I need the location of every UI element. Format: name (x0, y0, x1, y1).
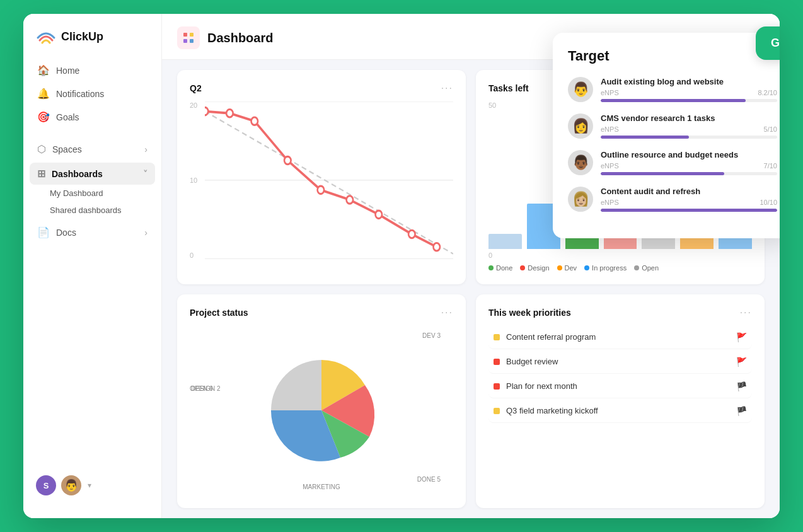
priority-flag-3: 🏴 (736, 406, 747, 416)
project-status-header: Project status ··· (190, 307, 453, 318)
target-item-2: 👨🏾 Outline resource and budget needs eNP… (568, 150, 777, 175)
tasks-title: Tasks left (488, 83, 529, 93)
target-bar-fill-1 (601, 136, 689, 139)
priority-item-2: Plan for next month 🏴 (488, 375, 752, 398)
target-name-3: Content audit and refresh (601, 187, 777, 196)
sidebar-item-home[interactable]: 🏠 Home (30, 59, 155, 81)
dashboards-icon: ⊞ (37, 168, 45, 180)
svg-point-11 (251, 117, 258, 125)
priority-item-1: Budget review 🚩 (488, 350, 752, 374)
user-caret[interactable]: ▾ (88, 481, 91, 490)
svg-point-12 (284, 156, 291, 164)
goals-badge-label: Goals (771, 37, 780, 49)
svg-point-17 (433, 243, 440, 251)
priority-dot-0 (494, 334, 500, 340)
target-meta-2: eNPS 7/10 (601, 162, 777, 170)
legend-label-open: Open (642, 264, 659, 272)
priorities-menu[interactable]: ··· (740, 307, 752, 318)
home-icon: 🏠 (37, 64, 50, 76)
sidebar-item-dashboards[interactable]: ⊞ Dashboards ˅ (30, 163, 155, 185)
avatar-s: S (36, 475, 56, 495)
svg-point-9 (205, 107, 208, 115)
priority-dot-2 (494, 383, 500, 390)
q2-line-chart (205, 101, 453, 259)
legend-dot-design (520, 265, 525, 270)
sidebar: ClickUp 🏠 Home 🔔 Notifications 🎯 Goals ⬡… (23, 14, 162, 518)
legend-label-design: Design (528, 264, 549, 272)
goals-icon: 🎯 (37, 111, 50, 123)
sidebar-item-goals[interactable]: 🎯 Goals (30, 106, 155, 128)
user-footer: S 👨 ▾ (23, 465, 161, 506)
legend-open: Open (634, 264, 659, 272)
target-label-1: eNPS (601, 125, 619, 133)
target-avatar-0: 👨 (568, 77, 593, 102)
sidebar-nav: 🏠 Home 🔔 Notifications 🎯 Goals (23, 59, 161, 128)
bell-icon: 🔔 (37, 88, 50, 100)
target-meta-3: eNPS 10/10 (601, 199, 777, 206)
target-score-0: 8.2/10 (758, 89, 777, 96)
priority-list: Content referral program 🚩 Budget review… (488, 326, 752, 496)
dashboards-label: Dashboards (52, 169, 103, 179)
pie-label-marketing: MARKETING (303, 483, 340, 490)
project-status-title: Project status (190, 308, 248, 318)
tasks-legend: Done Design Dev In progress (488, 264, 752, 272)
bar-group-1 (488, 173, 522, 249)
priority-text-0: Content referral program (506, 332, 596, 342)
target-card-title: Target (568, 48, 777, 64)
target-score-2: 7/10 (764, 162, 777, 170)
legend-label-dev: Dev (565, 264, 577, 272)
sidebar-item-label: Goals (56, 112, 79, 122)
chevron-right-icon-docs: › (144, 228, 147, 238)
sidebar-item-label: Notifications (56, 89, 104, 99)
docs-icon: 📄 (37, 226, 50, 238)
page-title: Dashboard (207, 31, 273, 45)
target-bar-bg-0 (601, 99, 777, 102)
sidebar-sub-my-dashboard[interactable]: My Dashboard (30, 185, 155, 202)
target-item-0: 👨 Audit existing blog and website eNPS 8… (568, 77, 777, 102)
target-avatar-3: 👩🏼 (568, 187, 593, 212)
target-meta-1: eNPS 5/10 (601, 125, 777, 133)
target-item-3: 👩🏼 Content audit and refresh eNPS 10/10 (568, 187, 777, 212)
priority-text-2: Plan for next month (506, 381, 577, 391)
q2-menu[interactable]: ··· (441, 83, 453, 94)
svg-rect-1 (183, 33, 187, 37)
docs-section: 📄 Docs › (23, 221, 161, 243)
target-score-1: 5/10 (764, 125, 777, 133)
target-name-0: Audit existing blog and website (601, 77, 777, 86)
svg-rect-2 (190, 33, 194, 37)
target-bar-fill-3 (601, 209, 777, 212)
priority-text-1: Budget review (506, 357, 558, 366)
svg-point-10 (226, 109, 233, 117)
svg-rect-3 (183, 39, 187, 43)
legend-dot-open (634, 265, 639, 270)
priority-item-0: Content referral program 🚩 (488, 326, 752, 349)
project-status-menu[interactable]: ··· (441, 307, 453, 318)
dashboards-section: ⊞ Dashboards ˅ My Dashboard Shared dashb… (23, 163, 161, 219)
legend-label-inprogress: In progress (592, 264, 627, 272)
bar-open-1 (488, 234, 522, 249)
sidebar-item-spaces[interactable]: ⬡ Spaces › (30, 138, 155, 160)
pie-chart-wrapper: DEV 3 DESIGN 2 DONE 5 MARKETING OPEN 6 (190, 326, 453, 496)
target-bar-bg-3 (601, 209, 777, 212)
target-label-2: eNPS (601, 162, 619, 170)
target-label-3: eNPS (601, 199, 619, 206)
spaces-icon: ⬡ (37, 143, 46, 155)
target-info-0: Audit existing blog and website eNPS 8.2… (601, 77, 777, 102)
priority-flag-1: 🚩 (736, 357, 747, 367)
target-info-3: Content audit and refresh eNPS 10/10 (601, 187, 777, 212)
sidebar-item-label: Home (56, 66, 79, 76)
priority-flag-2: 🏴 (736, 381, 747, 391)
svg-point-15 (376, 211, 383, 218)
docs-label: Docs (56, 228, 76, 238)
legend-label-done: Done (496, 264, 512, 272)
sidebar-sub-shared-dashboards[interactable]: Shared dashboards (30, 202, 155, 219)
sidebar-item-notifications[interactable]: 🔔 Notifications (30, 83, 155, 105)
target-name-2: Outline resource and budget needs (601, 150, 777, 159)
tasks-y-0: 0 (488, 252, 752, 259)
target-bar-bg-2 (601, 172, 777, 175)
sidebar-item-docs[interactable]: 📄 Docs › (30, 221, 155, 243)
goals-badge[interactable]: Goals (756, 26, 780, 60)
legend-dot-inprogress (584, 265, 589, 270)
dashboard-icon (177, 26, 200, 49)
svg-point-16 (408, 230, 415, 238)
